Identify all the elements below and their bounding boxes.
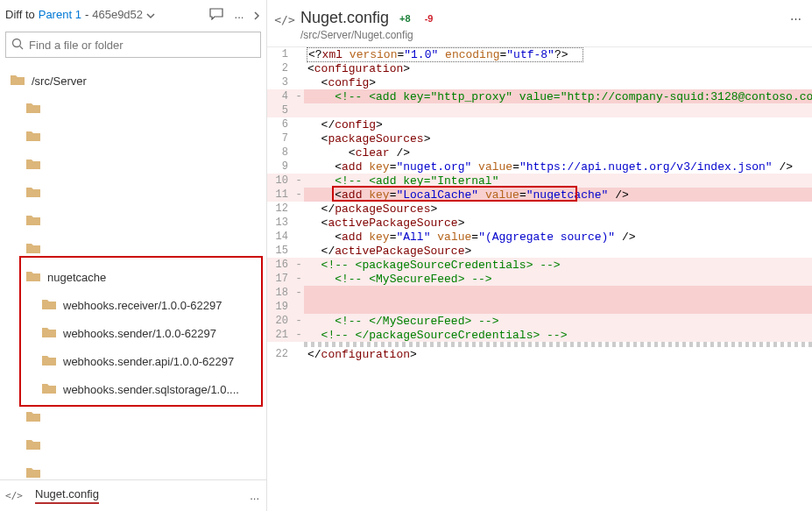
line-number: 22 [267,347,293,361]
more-icon[interactable]: ⋯ [787,9,803,28]
deletions-count: -9 [421,12,437,25]
code-line[interactable]: 12 </packageSources> [267,202,812,216]
folder-icon [26,214,40,228]
footer-filename[interactable]: Nuget.config [35,487,99,504]
code-line[interactable]: 20- <!-- </MySecureFeed> --> [267,314,812,328]
tree-folder[interactable] [0,235,266,263]
code-line[interactable]: 3 <config> [267,75,812,89]
tree-package-folder[interactable]: webhooks.sender.api/1.0.0-62297 [0,347,266,375]
folder-icon [26,466,40,479]
folder-icon [42,382,56,396]
diff-marker: - [293,89,304,103]
line-content: <add key="All" value="(Aggregate source)… [304,230,812,244]
tree-folder[interactable] [0,431,266,459]
folder-icon [26,102,40,116]
tree-package-folder[interactable]: webhooks.sender/1.0.0-62297 [0,319,266,347]
chevron-right-icon[interactable] [252,10,261,18]
line-content: <!-- <MySecureFeed> --> [304,272,812,286]
tree-root[interactable]: /src/Server [0,67,266,95]
comment-icon[interactable] [207,4,226,24]
diff-marker [293,230,304,244]
code-diff-view[interactable]: 1<?xml version="1.0" encoding="utf-8"?> … [267,46,812,511]
line-number: 20 [267,314,293,328]
line-content: <packageSources> [304,131,812,145]
diff-marker [293,145,304,160]
code-line[interactable]: 7 <packageSources> [267,131,812,145]
tree-folder[interactable] [0,95,266,123]
diff-marker: - [293,174,304,188]
line-number: 1 [267,47,293,61]
code-line[interactable]: 2<configuration> [267,61,812,75]
tree-folder[interactable] [0,403,266,431]
code-line[interactable]: 5 [267,103,812,117]
code-line[interactable]: 9 <add key="nuget.org" value="https://ap… [267,160,812,174]
code-line[interactable]: 19 [267,300,812,314]
diff-header: Diff to Parent 1 - 465e9d52 ... [0,0,266,28]
diff-marker [293,300,304,314]
more-icon[interactable]: ... [229,4,249,24]
line-content: <?xml version="1.0" encoding="utf-8"?> [304,47,812,61]
code-line[interactable]: 18- [267,286,812,300]
code-file-icon: </> [7,489,21,503]
file-header: </> Nuget.config +8 -9 /src/Server/Nuget… [267,0,812,46]
code-line[interactable]: 10- <!-- <add key="Internal" [267,174,812,188]
code-line[interactable]: 4- <!-- <add key="http_proxy" value="htt… [267,89,812,103]
folder-icon [26,242,40,256]
tree-folder[interactable] [0,207,266,235]
parent-link[interactable]: Parent 1 [39,8,81,21]
folder-icon [26,186,40,200]
tree-folder[interactable] [0,179,266,207]
code-line[interactable]: 6 </config> [267,117,812,131]
line-content: <!-- </packageSourceCredentials> --> [304,328,812,342]
tree-item-label: webhooks.sender.api/1.0.0-62297 [63,355,234,368]
code-file-icon: </> [276,11,293,28]
tree-item-label: webhooks.sender/1.0.0-62297 [63,327,216,340]
tree-folder-nugetcache[interactable]: nugetcache [0,263,266,291]
footer-more-icon[interactable]: ... [250,489,259,502]
diff-marker [293,131,304,145]
folder-icon [42,298,56,312]
file-tree[interactable]: /src/Servernugetcachewebhooks.receiver/1… [0,63,266,479]
file-actions: ⋯ [787,9,803,41]
diff-marker: - [293,314,304,328]
line-number: 15 [267,244,293,258]
diff-marker [293,47,304,61]
code-line[interactable]: 16- <!-- <packageSourceCredentials> --> [267,258,812,272]
line-number: 14 [267,230,293,244]
line-number: 10 [267,174,293,188]
line-number: 2 [267,61,293,75]
line-content: </activePackageSource> [304,244,812,258]
code-line[interactable]: 1<?xml version="1.0" encoding="utf-8"?> [267,47,812,61]
svg-line-1 [20,46,24,49]
line-content: </config> [304,117,812,131]
svg-point-0 [13,39,21,46]
tree-package-folder[interactable]: webhooks.receiver/1.0.0-62297 [0,291,266,319]
code-line[interactable]: 15 </activePackageSource> [267,244,812,258]
diff-marker: - [293,286,304,300]
tree-folder[interactable] [0,459,266,479]
folder-icon [26,270,40,284]
line-content: <!-- <packageSourceCredentials> --> [304,258,812,272]
line-number: 3 [267,75,293,89]
tree-folder[interactable] [0,123,266,151]
code-line[interactable]: 13 <activePackageSource> [267,216,812,230]
code-line[interactable]: 21- <!-- </packageSourceCredentials> --> [267,328,812,342]
line-content: <configuration> [304,61,812,75]
line-content [304,300,812,314]
tree-package-folder[interactable]: webhooks.sender.sqlstorage/1.0.... [0,375,266,403]
line-content: <activePackageSource> [304,216,812,230]
line-number: 5 [267,103,293,117]
search-input[interactable] [29,39,255,52]
folder-icon [26,158,40,172]
line-number: 17 [267,272,293,286]
line-content: <!-- </MySecureFeed> --> [304,314,812,328]
code-line[interactable]: 17- <!-- <MySecureFeed> --> [267,272,812,286]
code-line[interactable]: 11- <add key="LocalCache" value="nugetca… [267,188,812,202]
tree-item-label: webhooks.sender.sqlstorage/1.0.... [63,383,239,396]
code-line[interactable]: 8 <clear /> [267,145,812,160]
search-box[interactable] [5,32,261,58]
tree-folder[interactable] [0,151,266,179]
code-line[interactable]: 14 <add key="All" value="(Aggregate sour… [267,230,812,244]
code-line[interactable]: 22</configuration> [267,347,812,361]
chevron-down-icon[interactable] [146,10,155,18]
